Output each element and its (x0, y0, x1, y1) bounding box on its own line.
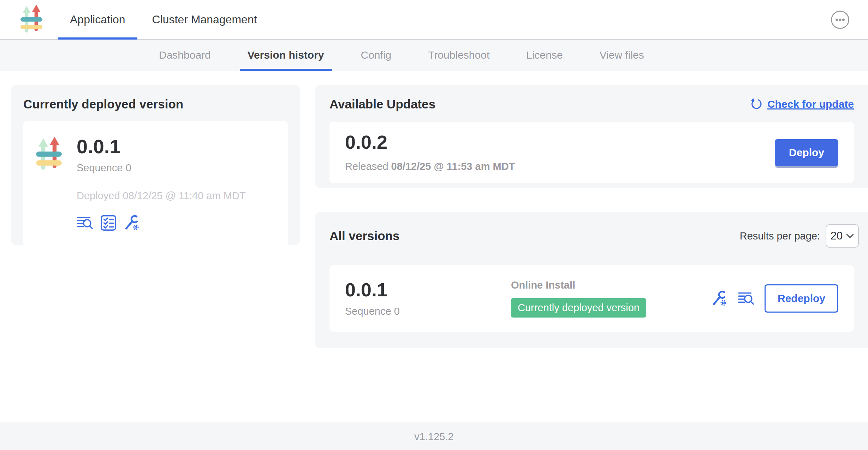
top-bar: Application Cluster Management (0, 0, 868, 40)
row-sequence: Sequence 0 (345, 306, 511, 317)
results-per-page: Results per page: 20 (740, 224, 859, 248)
currently-deployed-badge: Currently deployed version (511, 298, 646, 318)
subnav-version-history-label: Version history (248, 49, 324, 61)
ellipsis-circle-icon (831, 10, 850, 29)
subnav-troubleshoot[interactable]: Troubleshoot (410, 40, 508, 71)
results-per-page-value: 20 (831, 230, 843, 242)
deployed-version-info: 0.0.1 Sequence 0 Deployed 08/12/25 @ 11:… (77, 137, 246, 231)
update-info: 0.0.2 Released 08/12/25 @ 11:53 am MDT (345, 132, 515, 172)
tab-cluster-management[interactable]: Cluster Management (139, 0, 270, 39)
currently-deployed-card: 0.0.1 Sequence 0 Deployed 08/12/25 @ 11:… (23, 121, 288, 247)
deployed-version-number: 0.0.1 (77, 137, 246, 156)
update-version-number: 0.0.2 (345, 132, 515, 152)
subnav-dashboard[interactable]: Dashboard (141, 40, 229, 71)
currently-deployed-panel: Currently deployed version 0.0.1 Sequenc… (11, 85, 300, 245)
tab-cluster-management-label: Cluster Management (152, 13, 257, 26)
version-row-actions: Redeploy (711, 284, 838, 313)
install-type: Online Install (511, 279, 711, 291)
app-logo-icon (20, 5, 42, 35)
results-per-page-label: Results per page: (740, 230, 820, 242)
deployed-actions (77, 214, 246, 231)
subnav-dashboard-label: Dashboard (159, 49, 211, 61)
console-version: v1.125.2 (414, 431, 453, 450)
all-versions-panel: All versions Results per page: 20 0.0.1 … (315, 212, 868, 348)
kots-admin-console: Application Cluster Management Dashboard… (0, 0, 868, 450)
subnav-license-label: License (526, 49, 563, 61)
preflight-checks-icon[interactable] (100, 214, 117, 231)
tab-application[interactable]: Application (57, 0, 139, 39)
subnav-license[interactable]: License (508, 40, 581, 71)
check-for-update[interactable]: Check for update (750, 98, 854, 111)
check-for-update-link[interactable]: Check for update (767, 98, 854, 110)
subnav-troubleshoot-label: Troubleshoot (428, 49, 489, 61)
available-updates-panel: Available Updates Check for update 0.0.2… (315, 85, 868, 188)
tab-application-label: Application (70, 13, 125, 26)
available-updates-header: Available Updates Check for update (329, 97, 854, 111)
overflow-menu-button[interactable] (831, 10, 850, 29)
update-card: 0.0.2 Released 08/12/25 @ 11:53 am MDT D… (329, 122, 854, 183)
top-tabs: Application Cluster Management (57, 0, 270, 39)
app-logo-icon (36, 137, 62, 172)
version-row-status: Online Install Currently deployed versio… (511, 279, 711, 318)
chevron-down-icon (846, 233, 854, 238)
deployed-timestamp: Deployed 08/12/25 @ 11:40 am MDT (77, 190, 246, 202)
all-versions-title: All versions (329, 229, 399, 243)
row-version-number: 0.0.1 (345, 280, 511, 299)
subnav-config-label: Config (361, 49, 392, 61)
edit-config-icon[interactable] (123, 214, 140, 231)
update-released-line: Released 08/12/25 @ 11:53 am MDT (345, 161, 515, 172)
view-logs-icon[interactable] (738, 290, 755, 307)
subnav-view-files[interactable]: View files (581, 40, 662, 71)
version-row: 0.0.1 Sequence 0 Online Install Currentl… (329, 265, 854, 332)
currently-deployed-title: Currently deployed version (23, 97, 288, 111)
version-row-info: 0.0.1 Sequence 0 (345, 280, 511, 317)
released-timestamp: 08/12/25 @ 11:53 am MDT (391, 161, 515, 172)
app-subnav: Dashboard Version history Config Trouble… (0, 40, 868, 71)
refresh-icon (750, 98, 762, 111)
results-per-page-select[interactable]: 20 (826, 224, 859, 248)
view-logs-icon[interactable] (77, 214, 94, 231)
footer: v1.125.2 (0, 422, 868, 450)
subnav-version-history[interactable]: Version history (229, 40, 343, 71)
deployed-sequence: Sequence 0 (77, 162, 246, 174)
subnav-config[interactable]: Config (343, 40, 410, 71)
deploy-button[interactable]: Deploy (775, 139, 838, 166)
released-prefix: Released (345, 161, 388, 172)
available-updates-title: Available Updates (329, 97, 435, 111)
redeploy-button[interactable]: Redeploy (765, 284, 838, 313)
app-logo (36, 137, 62, 231)
edit-config-icon[interactable] (711, 290, 728, 307)
all-versions-header: All versions Results per page: 20 (329, 224, 859, 248)
subnav-view-files-label: View files (600, 49, 644, 61)
app-logo (20, 0, 42, 39)
